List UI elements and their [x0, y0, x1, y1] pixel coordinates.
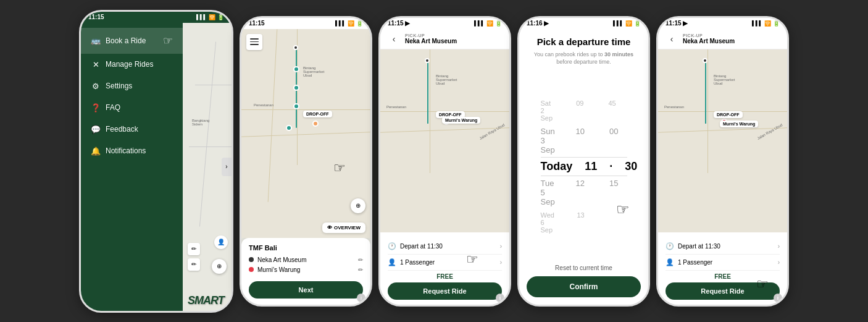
map-5-bg: Penestanan BintangSupermarketUbud DROP-O… — [658, 49, 787, 232]
info-button-5[interactable]: i — [774, 294, 782, 302]
time-row-sat: Sat 2 Sep 09 45 — [541, 97, 627, 124]
menu-label-book: Book a Ride — [106, 36, 146, 45]
pickup-edit-icon[interactable]: ✏ — [358, 256, 363, 263]
smart-logo: SMART — [188, 294, 224, 307]
map-label-penestanan: Penestanan — [254, 103, 273, 107]
route-stop-dot — [286, 125, 292, 131]
time-picker[interactable]: Sat 2 Sep 09 45 Sun 3 Sep 10 00 Today 11… — [519, 74, 648, 260]
depart-left: 🕐 Depart at 11:30 — [388, 242, 443, 250]
status-icons-1: ▌▌▌ 🛜 🔋 — [196, 14, 224, 20]
map-label-penestanan-5: Penestanan — [664, 105, 684, 109]
back-button-5[interactable]: ‹ — [666, 33, 678, 45]
menu-item-notifications[interactable]: 🔔 Notifications — [81, 140, 183, 162]
reset-button[interactable]: Reset to current time — [519, 260, 648, 276]
road-h2 — [241, 132, 370, 137]
battery-icon-5: 🔋 — [773, 20, 780, 27]
person-icon-5: 👤 — [666, 258, 674, 266]
request-button-3[interactable]: Request Ride — [388, 282, 502, 300]
hamburger-button[interactable] — [246, 34, 262, 50]
map-area-3: Penestanan BintangSupermarketUbud DROP-O… — [380, 49, 509, 232]
bottom-panel-5: 🕐 Depart at 11:30 › 👤 1 Passenger › FREE… — [658, 232, 787, 305]
overview-button[interactable]: 👁 OVERVIEW — [322, 222, 365, 233]
route-line-3 — [427, 62, 428, 124]
faq-icon: ❓ — [91, 103, 101, 112]
ham-line-1 — [250, 38, 259, 40]
wifi-icon-3: 🛜 — [486, 20, 493, 27]
depart-row[interactable]: 🕐 Depart at 11:30 › — [388, 239, 502, 255]
min-wed — [609, 211, 627, 234]
ham-line-3 — [250, 44, 259, 45]
wifi-icon-2: 🛜 — [348, 20, 354, 27]
map-3-bg: Penestanan BintangSupermarketUbud DROP-O… — [380, 49, 509, 232]
depart-text: Depart at 11:30 — [400, 243, 443, 250]
hour-today: 11 — [585, 160, 597, 173]
edit-button-2[interactable]: ✏ — [188, 258, 200, 271]
status-bar-4: 11:16 ▶ ▌▌▌ 🛜 🔋 — [519, 18, 648, 29]
next-button[interactable]: Next — [249, 281, 363, 299]
signal-icon-2: ▌▌▌ — [335, 20, 346, 26]
signal-icon-3: ▌▌▌ — [474, 20, 485, 26]
passenger-left-5: 👤 1 Passenger — [666, 258, 712, 266]
pickup-text: Neka Art Museum — [257, 256, 354, 263]
info-button-3[interactable]: i — [496, 294, 504, 302]
menu-item-feedback[interactable]: 💬 Feedback — [81, 119, 183, 140]
map-area-5: Penestanan BintangSupermarketUbud DROP-O… — [658, 49, 787, 232]
passenger-row[interactable]: 👤 1 Passenger › — [388, 255, 502, 271]
pickup-name-5: Neka Art Museum — [683, 38, 780, 44]
sidebar-right: BangkiangSidem ⊕ ✏ ✏ › SMART 👤 — [183, 23, 232, 311]
menu-item-manage[interactable]: ✕ Manage Rides — [81, 54, 183, 75]
bus-icon: 🚌 — [91, 36, 101, 45]
time-4: 11:16 ▶ — [527, 20, 549, 27]
back-button-3[interactable]: ‹ — [388, 33, 400, 45]
battery-icon-2: 🔋 — [356, 20, 363, 27]
signal-icon-5: ▌▌▌ — [752, 20, 762, 26]
manage-icon: ✕ — [91, 60, 101, 69]
day-tue: Tue 5 Sep — [541, 179, 555, 206]
hour-sun: 10 — [567, 127, 585, 155]
chevron-depart-5: › — [778, 243, 780, 250]
collapse-arrow[interactable]: › — [222, 158, 232, 176]
locate-btn-2[interactable]: ⊕ — [351, 198, 365, 213]
passenger-row-5[interactable]: 👤 1 Passenger › — [666, 255, 780, 271]
phone4-content: Pick a departure time You can prebook ri… — [519, 29, 648, 305]
map-label-penestanan-3: Penestanan — [386, 105, 406, 109]
menu-label-faq: FAQ — [106, 103, 120, 112]
map-label-bintang: BintangSupermarketUbud — [303, 66, 324, 77]
map-area-2: Penestanan BintangSupermarketUbud DROP-O… — [241, 29, 370, 238]
map-label-bintang-5: BintangSupermarketUbud — [714, 74, 735, 85]
locate-button[interactable]: ⊕ — [212, 259, 227, 274]
road-2 — [195, 85, 232, 85]
map-label-bintang-3: BintangSupermarketUbud — [436, 74, 457, 85]
confirm-button[interactable]: Confirm — [527, 276, 641, 297]
depart-row-5[interactable]: 🕐 Depart at 11:30 › — [666, 239, 780, 255]
time-row-wed: Wed 6 Sep 13 — [541, 209, 627, 236]
day-today: Today — [541, 160, 573, 173]
phone-3: 11:15 ▶ ▌▌▌ 🛜 🔋 ‹ PICK-UP Neka Art Museu… — [378, 16, 511, 307]
passenger-left: 👤 1 Passenger — [388, 258, 435, 266]
battery-icon-1: 🔋 — [217, 14, 224, 20]
passenger-text-5: 1 Passenger — [678, 259, 712, 266]
time-row-sun: Sun 3 Sep 10 00 — [541, 124, 627, 157]
wifi-icon-4: 🛜 — [625, 20, 632, 27]
subtitle-bold: 30 minutes — [604, 51, 633, 57]
phone2-content: Penestanan BintangSupermarketUbud DROP-O… — [241, 29, 370, 305]
depart-text-5: Depart at 11:30 — [678, 243, 720, 250]
dropoff-dot — [249, 267, 254, 272]
person-icon: 👤 — [388, 258, 396, 266]
road-3 — [189, 146, 232, 147]
dropoff-edit-icon[interactable]: ✏ — [358, 266, 363, 273]
phone-4: 11:16 ▶ ▌▌▌ 🛜 🔋 Pick a departure time Yo… — [517, 16, 650, 307]
free-label-3: FREE — [388, 271, 502, 282]
hour-sat: 09 — [565, 100, 584, 122]
road-v2 — [268, 29, 278, 202]
edit-button-1[interactable]: ✏ — [188, 243, 200, 255]
menu-item-faq[interactable]: ❓ FAQ — [81, 97, 183, 119]
time-row-today[interactable]: Today 11 · 30 — [541, 157, 627, 176]
info-button-2[interactable]: i — [357, 294, 365, 302]
request-button-5[interactable]: Request Ride — [666, 282, 780, 300]
menu-item-settings[interactable]: ⚙ Settings — [81, 75, 183, 97]
feedback-icon: 💬 — [91, 125, 101, 134]
pickup-info-3: PICK-UP Neka Art Museum — [405, 33, 502, 44]
menu-item-book[interactable]: 🚌 Book a Ride ☞ — [81, 28, 183, 54]
status-bar-3: 11:15 ▶ ▌▌▌ 🛜 🔋 — [380, 18, 509, 29]
